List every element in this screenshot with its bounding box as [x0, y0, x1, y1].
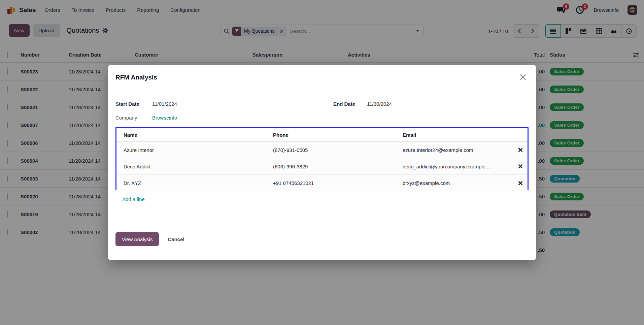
contact-phone[interactable]: +91 87456321021 — [266, 180, 396, 186]
dialog-header: RFM Analysis — [108, 65, 536, 90]
contact-name[interactable]: Deco Addict — [116, 164, 266, 169]
end-date-label: End Date — [333, 101, 367, 107]
contact-row[interactable]: Dr. XYZ +91 87456321021 drxyz@example.co… — [116, 175, 528, 191]
close-icon[interactable] — [518, 72, 528, 82]
contacts-table-header: Name Phone Email — [116, 128, 528, 142]
add-line-row: Add a line — [115, 190, 529, 208]
contact-phone[interactable]: (603)-996-3829 — [266, 164, 396, 169]
start-date-label: Start Date — [115, 101, 152, 107]
contact-phone[interactable]: (870)-931-0505 — [266, 147, 396, 153]
contacts-table: Name Phone Email Azure Interior (870)-93… — [115, 127, 529, 190]
contact-name[interactable]: Dr. XYZ — [116, 180, 266, 186]
add-a-line-link[interactable]: Add a line — [122, 196, 145, 202]
contact-row[interactable]: Azure Interior (870)-931-0505 azure.Inte… — [116, 142, 528, 158]
view-analysis-button[interactable]: View Analysis — [115, 232, 159, 246]
dialog-body: Start Date 11/01/2024 End Date 11/30/202… — [108, 101, 536, 208]
contact-email[interactable]: azure.Interior24@example.com — [396, 147, 513, 153]
contacts-table-body: Azure Interior (870)-931-0505 azure.Inte… — [116, 142, 528, 191]
column-header-phone: Phone — [266, 132, 396, 138]
contact-name[interactable]: Azure Interior — [116, 147, 266, 153]
start-date-field: Start Date 11/01/2024 — [115, 101, 177, 107]
end-date-input[interactable]: 11/30/2024 — [367, 101, 392, 107]
company-label: Company — [115, 115, 152, 121]
contact-email[interactable]: deco_addict@yourcompany.example.... — [396, 164, 513, 169]
company-field: Company Browseinfo — [115, 115, 529, 121]
cancel-button[interactable]: Cancel — [168, 236, 184, 242]
delete-row-icon[interactable] — [513, 148, 528, 152]
delete-row-icon[interactable] — [513, 181, 528, 186]
delete-row-icon[interactable] — [513, 164, 528, 169]
column-header-email: Email — [396, 132, 513, 138]
dialog-title: RFM Analysis — [115, 74, 157, 81]
start-date-input[interactable]: 11/01/2024 — [152, 101, 177, 107]
dialog-footer: View Analysis Cancel — [108, 232, 536, 246]
column-header-name: Name — [116, 132, 266, 138]
contact-email[interactable]: drxyz@example.com — [396, 180, 513, 186]
end-date-field: End Date 11/30/2024 — [333, 101, 392, 107]
company-value-link[interactable]: Browseinfo — [152, 115, 177, 121]
rfm-analysis-dialog: RFM Analysis Start Date 11/01/2024 End D… — [108, 65, 536, 260]
contact-row[interactable]: Deco Addict (603)-996-3829 deco_addict@y… — [116, 158, 528, 175]
